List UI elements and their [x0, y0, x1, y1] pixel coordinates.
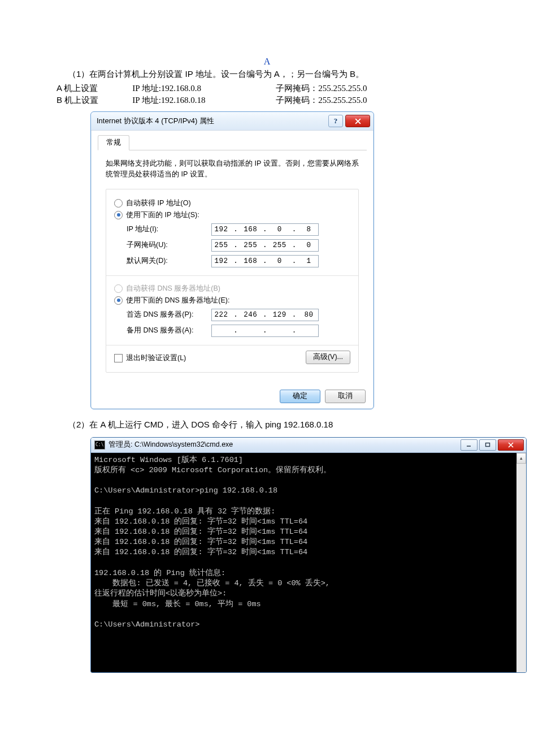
gateway-label: 默认网关(D): [127, 256, 211, 266]
host-a-settings: A 机上设置 IP 地址:192.168.0.8 子网掩码：255.255.25… [57, 83, 477, 94]
host-b-settings: B 机上设置 IP 地址:192.168.0.18 子网掩码：255.255.2… [57, 95, 477, 106]
cmd-icon: C:\ [94, 440, 105, 450]
section-letter: A [57, 57, 477, 67]
step-1-text: （1）在两台计算机上分别设置 IP 地址。设一台编号为 A，；另一台编号为 B。 [68, 69, 477, 80]
ipv4-properties-dialog: Internet 协议版本 4 (TCP/IPv4) 属性 ? 常规 如果网络支… [90, 111, 374, 409]
ok-button[interactable]: 确定 [280, 390, 320, 403]
radio-auto-dns-label: 自动获得 DNS 服务器地址(B) [126, 284, 220, 293]
checkbox-icon [114, 354, 123, 362]
close-icon [355, 118, 361, 124]
dialog-title: Internet 协议版本 4 (TCP/IPv4) 属性 [97, 116, 328, 126]
subnet-mask-label: 子网掩码(U): [127, 240, 211, 250]
step-2-text: （2）在 A 机上运行 CMD，进入 DOS 命令行，输入 ping 192.1… [68, 420, 477, 430]
minimize-button[interactable] [461, 439, 477, 451]
help-button[interactable]: ? [328, 115, 343, 127]
gateway-input[interactable]: 192. 168. 0. 1 [211, 255, 319, 267]
radio-auto-ip[interactable]: 自动获得 IP 地址(O) [114, 198, 350, 208]
cmd-close-button[interactable] [498, 439, 524, 451]
host-a-ip: IP 地址:192.168.0.8 [132, 83, 273, 94]
host-a-mask: 子网掩码：255.255.255.0 [276, 83, 389, 94]
scroll-up-icon[interactable]: ▴ [516, 453, 526, 464]
subnet-mask-row: 子网掩码(U): 255. 255. 255. 0 [127, 239, 350, 252]
svg-rect-0 [486, 443, 490, 446]
cmd-title: 管理员: C:\Windows\system32\cmd.exe [108, 440, 459, 450]
radio-auto-ip-label: 自动获得 IP 地址(O) [126, 198, 191, 208]
dns2-input[interactable]: . . . [211, 325, 319, 337]
host-a-label: A 机上设置 [57, 83, 130, 94]
dialog-titlebar[interactable]: Internet 协议版本 4 (TCP/IPv4) 属性 ? [91, 112, 374, 131]
dns2-row: 备用 DNS 服务器(A): . . . [127, 325, 350, 337]
radio-manual-dns[interactable]: 使用下面的 DNS 服务器地址(E): [114, 296, 350, 305]
advanced-button[interactable]: 高级(V)... [306, 351, 350, 364]
radio-manual-dns-label: 使用下面的 DNS 服务器地址(E): [126, 296, 229, 305]
cmd-window: C:\ 管理员: C:\Windows\system32\cmd.exe Mic… [90, 437, 527, 673]
close-icon [508, 442, 514, 448]
maximize-button[interactable] [479, 439, 496, 451]
host-b-ip: IP 地址:192.168.0.18 [132, 95, 273, 106]
host-b-label: B 机上设置 [57, 95, 130, 106]
ip-settings-group: 自动获得 IP 地址(O) 使用下面的 IP 地址(S): IP 地址(I): … [106, 189, 359, 373]
cmd-output[interactable]: Microsoft Windows [版本 6.1.7601] 版权所有 <c>… [91, 453, 516, 672]
maximize-icon [485, 442, 490, 448]
radio-auto-dns: 自动获得 DNS 服务器地址(B) [114, 284, 350, 293]
close-button[interactable] [345, 115, 370, 127]
dns1-input[interactable]: 222. 246. 129. 80 [211, 309, 319, 321]
validate-on-exit-label: 退出时验证设置(L) [126, 353, 186, 363]
subnet-mask-input[interactable]: 255. 255. 255. 0 [211, 239, 319, 252]
cmd-scrollbar[interactable]: ▴ [516, 453, 526, 672]
ip-address-input[interactable]: 192. 168. 0. 8 [211, 223, 319, 236]
tab-general[interactable]: 常规 [98, 135, 129, 150]
dns1-label: 首选 DNS 服务器(P): [127, 310, 211, 319]
host-b-mask: 子网掩码：255.255.255.0 [276, 95, 389, 106]
radio-manual-ip-label: 使用下面的 IP 地址(S): [126, 210, 199, 220]
radio-icon [114, 211, 123, 219]
radio-icon [114, 284, 123, 293]
dns1-row: 首选 DNS 服务器(P): 222. 246. 129. 80 [127, 309, 350, 321]
dialog-description: 如果网络支持此功能，则可以获取自动指派的 IP 设置。否则，您需要从网络系统管理… [106, 158, 359, 180]
gateway-row: 默认网关(D): 192. 168. 0. 1 [127, 255, 350, 267]
radio-manual-ip[interactable]: 使用下面的 IP 地址(S): [114, 210, 350, 220]
ip-address-row: IP 地址(I): 192. 168. 0. 8 [127, 223, 350, 236]
minimize-icon [466, 442, 472, 448]
cmd-titlebar[interactable]: C:\ 管理员: C:\Windows\system32\cmd.exe [91, 438, 526, 453]
ip-address-label: IP 地址(I): [127, 224, 211, 234]
cancel-button[interactable]: 取消 [325, 390, 366, 403]
radio-icon [114, 296, 123, 305]
dns2-label: 备用 DNS 服务器(A): [127, 326, 211, 335]
dialog-footer: 确定 取消 [91, 385, 374, 409]
radio-icon [114, 199, 123, 208]
tab-strip: 常规 [98, 135, 367, 150]
